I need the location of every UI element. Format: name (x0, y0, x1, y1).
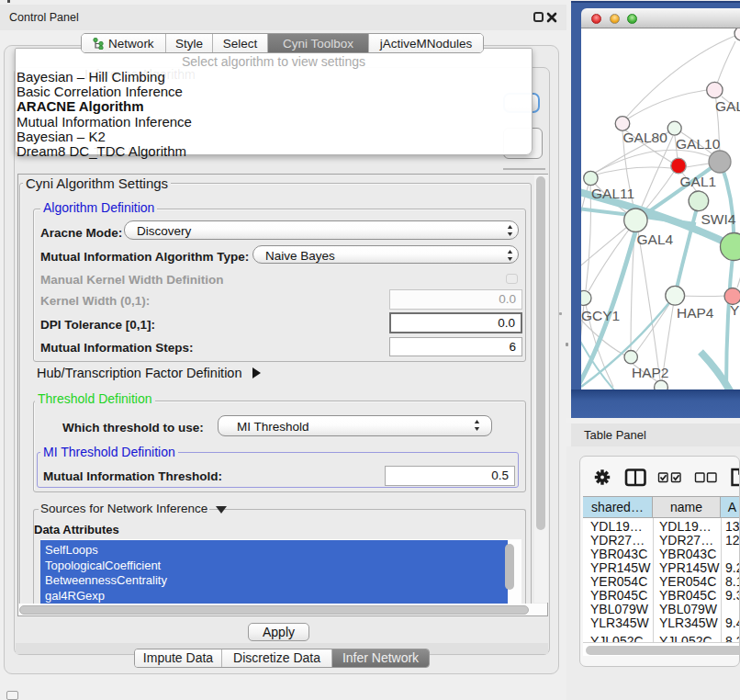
svg-text:GAL10: GAL10 (676, 136, 721, 152)
svg-text:GCY1: GCY1 (581, 308, 620, 323)
svg-text:HAP4: HAP4 (677, 305, 714, 321)
svg-text:GAL4: GAL4 (637, 231, 674, 247)
svg-text:HAP2: HAP2 (632, 365, 669, 380)
svg-text:GAL1: GAL1 (680, 174, 717, 189)
svg-text:YER: YER (730, 302, 740, 318)
svg-text:SWI4: SWI4 (701, 211, 736, 227)
svg-text:GAL80: GAL80 (623, 130, 668, 145)
svg-text:GAL11: GAL11 (591, 186, 634, 201)
svg-text:GAL2: GAL2 (715, 98, 740, 114)
